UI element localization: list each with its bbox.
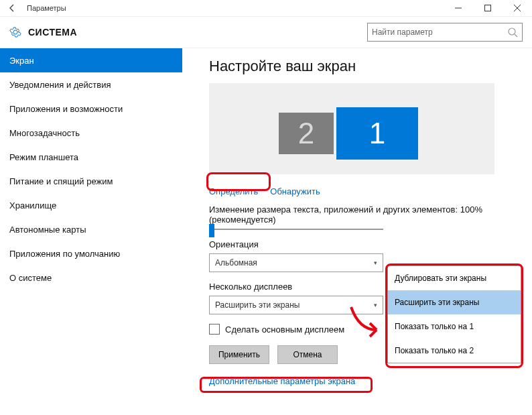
monitor-2[interactable]: 2 xyxy=(279,113,334,154)
sidebar-item[interactable]: Приложения и возможности xyxy=(0,97,182,121)
monitor-1[interactable]: 1 xyxy=(336,107,418,160)
identify-link[interactable]: Определить xyxy=(209,186,258,196)
detect-link[interactable]: Обнаружить xyxy=(270,186,320,196)
search-placeholder: Найти параметр xyxy=(372,27,433,37)
close-icon xyxy=(514,5,521,11)
sidebar-item[interactable]: Экран xyxy=(0,48,182,72)
minimize-button[interactable] xyxy=(444,0,473,16)
page-title: СИСТЕМА xyxy=(28,27,77,38)
sidebar: ЭкранУведомления и действияПриложения и … xyxy=(0,48,182,415)
multi-display-value: Расширить эти экраны xyxy=(215,300,300,310)
header: СИСТЕМА Найти параметр xyxy=(0,17,532,48)
titlebar: Параметры xyxy=(0,0,532,17)
window-title: Параметры xyxy=(21,4,66,12)
sidebar-item[interactable]: О системе xyxy=(0,265,182,290)
chevron-down-icon: ▾ xyxy=(374,259,377,266)
maximize-button[interactable] xyxy=(473,0,503,16)
cancel-button[interactable]: Отмена xyxy=(277,345,338,364)
svg-point-2 xyxy=(509,28,515,35)
chevron-down-icon: ▾ xyxy=(374,302,377,308)
multi-display-select[interactable]: Расширить эти экраны ▾ xyxy=(209,296,383,314)
dropdown-option[interactable]: Дублировать эти экраны xyxy=(388,266,521,290)
main-heading: Настройте ваш экран xyxy=(209,58,532,75)
svg-line-3 xyxy=(515,34,517,37)
dropdown-option[interactable]: Показать только на 2 xyxy=(388,339,521,363)
apply-button[interactable]: Применить xyxy=(209,345,269,364)
multi-display-dropdown: Дублировать эти экраныРасширить эти экра… xyxy=(387,265,521,363)
orientation-label: Ориентация xyxy=(209,239,532,249)
close-button[interactable] xyxy=(503,0,532,16)
scale-label: Изменение размера текста, приложений и д… xyxy=(209,204,532,225)
advanced-settings-link[interactable]: Дополнительные параметры экрана xyxy=(209,376,355,386)
main-panel: Настройте ваш экран 2 1 Определить Обнар… xyxy=(182,48,532,415)
sidebar-item[interactable]: Приложения по умолчанию xyxy=(0,241,182,265)
scale-slider[interactable] xyxy=(209,229,383,230)
slider-thumb[interactable] xyxy=(209,224,214,237)
dropdown-option[interactable]: Показать только на 1 xyxy=(388,314,521,339)
sidebar-item[interactable]: Хранилище xyxy=(0,193,182,217)
back-button[interactable] xyxy=(3,0,21,16)
make-primary-checkbox[interactable] xyxy=(209,324,220,335)
svg-rect-1 xyxy=(485,5,491,11)
orientation-select[interactable]: Альбомная ▾ xyxy=(209,253,383,272)
minimize-icon xyxy=(455,5,462,11)
back-icon xyxy=(7,3,17,13)
display-preview[interactable]: 2 1 xyxy=(209,83,494,174)
sidebar-item[interactable]: Режим планшета xyxy=(0,145,182,169)
search-icon xyxy=(507,27,518,38)
make-primary-label: Сделать основным дисплеем xyxy=(225,324,344,335)
sidebar-item[interactable]: Автономные карты xyxy=(0,217,182,241)
sidebar-item[interactable]: Многозадачность xyxy=(0,121,182,145)
search-input[interactable]: Найти параметр xyxy=(367,23,523,42)
sidebar-item[interactable]: Питание и спящий режим xyxy=(0,169,182,193)
gear-icon xyxy=(9,26,21,38)
maximize-icon xyxy=(484,5,491,11)
dropdown-option[interactable]: Расширить эти экраны xyxy=(388,290,521,314)
sidebar-item[interactable]: Уведомления и действия xyxy=(0,72,182,97)
orientation-value: Альбомная xyxy=(215,258,257,268)
